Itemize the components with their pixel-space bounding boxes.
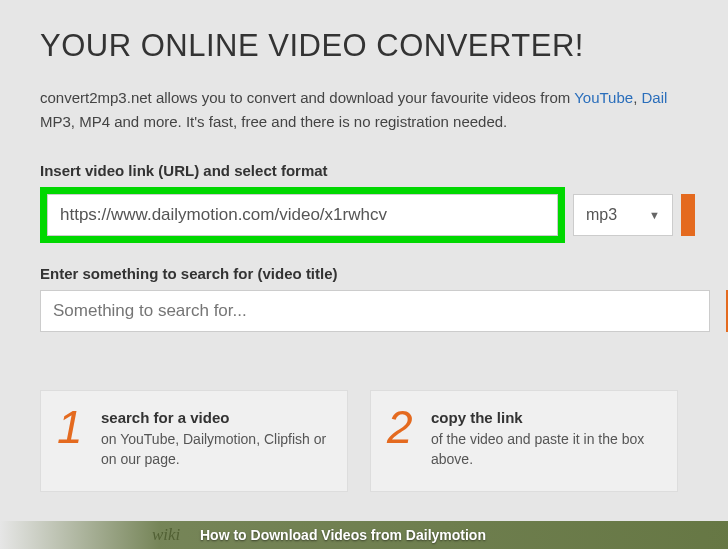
format-select[interactable]: mp3 ▼ <box>573 194 673 236</box>
step-title: search for a video <box>101 409 331 426</box>
format-value: mp3 <box>586 206 617 224</box>
url-section-label: Insert video link (URL) and select forma… <box>40 162 728 179</box>
intro-part2: MP3, MP4 and more. It's fast, free and t… <box>40 113 507 130</box>
search-section-label: Enter something to search for (video tit… <box>40 265 728 282</box>
url-input[interactable] <box>47 194 558 236</box>
step-number: 1 <box>57 407 89 469</box>
search-section: Enter something to search for (video tit… <box>40 265 728 332</box>
step-body: of the video and paste it in the box abo… <box>431 430 661 469</box>
search-row <box>40 290 728 332</box>
step-number: 2 <box>387 407 419 469</box>
step-body: on YouTube, Dailymotion, Clipfish or on … <box>101 430 331 469</box>
footer-title: How to Download Videos from Dailymotion <box>200 527 486 543</box>
url-highlight <box>40 187 565 243</box>
step-title: copy the link <box>431 409 661 426</box>
link-youtube[interactable]: YouTube <box>574 89 633 106</box>
step-card-2: 2 copy the link of the video and paste i… <box>370 390 678 492</box>
step-card-1: 1 search for a video on YouTube, Dailymo… <box>40 390 348 492</box>
footer-bar: How to Download Videos from Dailymotion <box>0 521 728 549</box>
intro-part1: convert2mp3.net allows you to convert an… <box>40 89 574 106</box>
url-row: mp3 ▼ <box>40 187 728 243</box>
chevron-down-icon: ▼ <box>649 209 660 221</box>
page-headline: YOUR ONLINE VIDEO CONVERTER! <box>40 28 728 64</box>
convert-button[interactable] <box>681 194 695 236</box>
search-input[interactable] <box>40 290 710 332</box>
steps-row: 1 search for a video on YouTube, Dailymo… <box>40 390 728 492</box>
link-dailymotion[interactable]: Dail <box>641 89 667 106</box>
intro-text: convert2mp3.net allows you to convert an… <box>40 86 728 134</box>
page-root: YOUR ONLINE VIDEO CONVERTER! convert2mp3… <box>0 0 728 549</box>
